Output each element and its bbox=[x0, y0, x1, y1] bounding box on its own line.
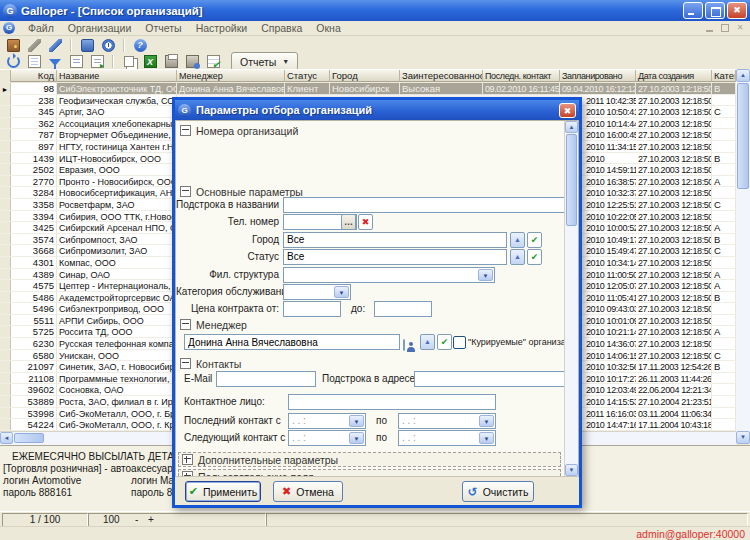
manager-up-button[interactable]: ▲ bbox=[420, 334, 435, 350]
scroll-up-icon[interactable]: ▲ bbox=[565, 121, 578, 133]
scroll-up-icon[interactable]: ▲ bbox=[736, 69, 750, 82]
name-substring-input[interactable] bbox=[283, 197, 565, 213]
cell-category bbox=[712, 408, 736, 419]
status-apply-button[interactable]: ✔ bbox=[527, 249, 542, 265]
dialog-scroll-thumb[interactable] bbox=[566, 134, 577, 226]
service-category-dropdown[interactable]: ▼ bbox=[283, 284, 351, 300]
scroll-left-icon[interactable]: ◄ bbox=[0, 432, 13, 444]
zoom-in-button[interactable]: + bbox=[148, 514, 154, 526]
cancel-button[interactable]: ✖ Отмена bbox=[273, 481, 343, 502]
price-to-input[interactable] bbox=[374, 301, 432, 317]
mdi-minimize-button[interactable] bbox=[703, 22, 717, 34]
cell-name: Сиб-ЭкоМеталл, ООО, г. Братск bbox=[57, 408, 177, 419]
refresh-button[interactable] bbox=[4, 54, 22, 69]
menu-item[interactable]: Организации bbox=[61, 21, 139, 35]
help-button[interactable]: ? bbox=[131, 38, 149, 53]
card-button[interactable] bbox=[25, 54, 43, 69]
status-up-button[interactable]: ▲ bbox=[510, 249, 525, 265]
mdi-close-button[interactable]: ✕ bbox=[733, 22, 747, 34]
scroll-down-icon[interactable]: ▼ bbox=[565, 464, 578, 476]
group-manager[interactable]: Менеджер bbox=[180, 318, 247, 331]
clear-button[interactable]: ↺ Очистить bbox=[462, 481, 534, 502]
new-document-button[interactable] bbox=[67, 54, 85, 69]
group-contacts[interactable]: Контакты bbox=[180, 357, 241, 370]
column-header[interactable]: Категория bbox=[712, 70, 736, 82]
price-from-input[interactable] bbox=[283, 301, 341, 317]
apply-grid-button[interactable] bbox=[204, 54, 222, 69]
clock-button[interactable] bbox=[99, 38, 117, 53]
person-icon[interactable] bbox=[403, 339, 405, 351]
column-header[interactable]: Название bbox=[57, 70, 177, 82]
last-contact-from-date[interactable]: . . :▼ bbox=[288, 413, 366, 429]
address-substring-input[interactable] bbox=[414, 371, 565, 387]
mdi-restore-button[interactable] bbox=[718, 22, 732, 34]
collapse-icon[interactable] bbox=[180, 125, 191, 136]
edit-button[interactable] bbox=[25, 38, 43, 53]
horizontal-scroll-thumb[interactable] bbox=[14, 433, 44, 443]
vertical-scroll-thumb[interactable] bbox=[737, 83, 749, 189]
menu-item[interactable]: Окна bbox=[309, 21, 347, 35]
column-header[interactable]: Статус bbox=[285, 70, 330, 82]
menu-item[interactable]: Справка bbox=[254, 21, 309, 35]
group-numbers[interactable]: Номера организаций bbox=[180, 124, 298, 137]
dialog-close-button[interactable]: ✖ bbox=[559, 103, 576, 118]
branch-dropdown[interactable]: ▼ bbox=[283, 267, 495, 283]
column-header[interactable]: Код bbox=[11, 70, 57, 82]
last-contact-to-date[interactable]: . . :▼ bbox=[398, 413, 496, 429]
manager-apply-button[interactable]: ✔ bbox=[437, 334, 452, 350]
export-document-button[interactable] bbox=[88, 54, 106, 69]
minimize-button[interactable] bbox=[683, 2, 703, 19]
exit-button[interactable] bbox=[4, 38, 22, 53]
apply-button[interactable]: ✔ Применить bbox=[185, 481, 261, 502]
scroll-down-icon[interactable]: ▼ bbox=[736, 431, 750, 444]
collapse-icon[interactable] bbox=[180, 186, 191, 197]
cell-planned: 2010 14:36:07 bbox=[584, 338, 636, 349]
column-header[interactable]: Дата создания bbox=[636, 70, 712, 82]
cell-code: 53889 bbox=[11, 396, 57, 407]
curated-checkbox[interactable] bbox=[453, 336, 466, 349]
excel-button[interactable]: X bbox=[141, 54, 159, 69]
phone-clear-button[interactable]: ✖ bbox=[358, 214, 373, 230]
cell-code: 5725 bbox=[11, 326, 57, 337]
cell-category bbox=[712, 384, 736, 395]
vertical-scrollbar[interactable]: ▲ ▼ bbox=[736, 69, 750, 444]
print-preview-button[interactable] bbox=[183, 54, 201, 69]
dialog-scrollbar[interactable]: ▲ ▼ bbox=[564, 121, 578, 476]
city-apply-button[interactable]: ✔ bbox=[527, 232, 542, 248]
next-contact-to-date[interactable]: . . :▼ bbox=[398, 430, 496, 446]
column-header[interactable]: Город bbox=[330, 70, 400, 82]
copy-button[interactable] bbox=[120, 54, 138, 69]
menu-item[interactable]: Настройки bbox=[189, 21, 255, 35]
restore-button[interactable] bbox=[705, 2, 725, 19]
phone-browse-button[interactable]: … bbox=[341, 214, 356, 230]
cell-code: 2770 bbox=[11, 176, 57, 187]
table-row[interactable]: ►98СибЭлектроисточник ТД, ОООДонина Анна… bbox=[0, 83, 736, 95]
column-header[interactable]: Запланировано bbox=[560, 70, 636, 82]
filter-button[interactable] bbox=[46, 54, 64, 69]
cell-created: 22.06.2004 12:21:34 bbox=[636, 384, 712, 395]
column-header[interactable]: Последн. контакт bbox=[483, 70, 560, 82]
collapse-icon[interactable] bbox=[180, 358, 191, 369]
expand-icon[interactable] bbox=[182, 454, 193, 465]
zoom-out-button[interactable]: - bbox=[135, 514, 138, 526]
group-additional-params[interactable]: Дополнительные параметры bbox=[178, 452, 561, 467]
next-contact-from-date[interactable]: . . :▼ bbox=[288, 430, 366, 446]
column-header[interactable]: Заинтересованность bbox=[400, 70, 483, 82]
cell-name: Синар, ОАО bbox=[57, 269, 177, 280]
database-button[interactable] bbox=[78, 38, 96, 53]
menu-item[interactable]: Отчеты bbox=[138, 21, 188, 35]
dialog-title-bar: G Параметры отбора организаций ✖ bbox=[175, 100, 579, 120]
city-combo[interactable]: Все bbox=[283, 232, 507, 248]
city-up-button[interactable]: ▲ bbox=[510, 232, 525, 248]
edit-add-button[interactable] bbox=[46, 38, 64, 53]
email-input[interactable] bbox=[216, 371, 316, 387]
collapse-icon[interactable] bbox=[180, 319, 191, 330]
menu-item[interactable]: Файл bbox=[21, 21, 61, 35]
print-button[interactable] bbox=[162, 54, 180, 69]
close-button[interactable]: ✖ bbox=[727, 2, 747, 19]
column-header[interactable]: Менеджер bbox=[177, 70, 285, 82]
status-combo[interactable]: Все bbox=[283, 249, 507, 265]
group-label: Дополнительные параметры bbox=[198, 454, 338, 466]
manager-input[interactable] bbox=[184, 334, 400, 350]
contact-person-input[interactable] bbox=[288, 394, 496, 410]
